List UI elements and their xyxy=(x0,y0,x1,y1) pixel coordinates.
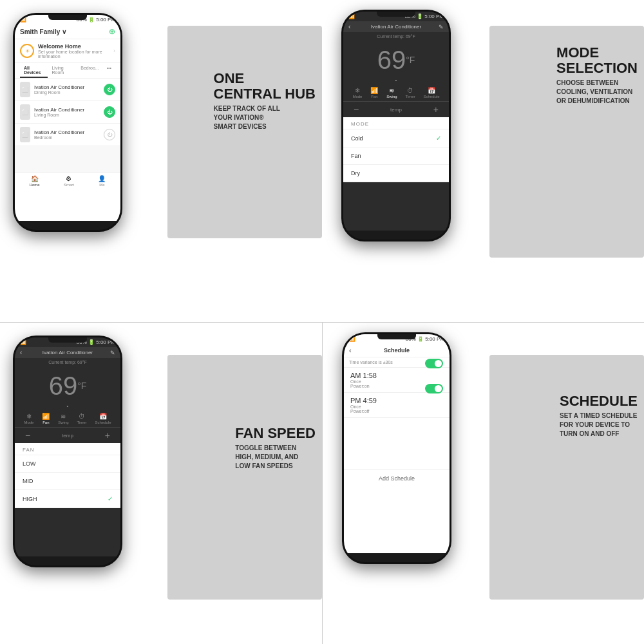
mode-fan[interactable]: Fan xyxy=(343,147,449,165)
smart-icon: ⚙ xyxy=(66,175,71,182)
swing-ctrl-label: Swing xyxy=(386,95,397,99)
temp-minus-btn-bl[interactable]: − xyxy=(25,430,30,440)
add-icon[interactable]: ⊕ xyxy=(109,27,115,36)
mode-bl-icon: ❄ xyxy=(26,413,32,420)
edit-btn-bl[interactable]: ✎ xyxy=(110,350,115,356)
edit-btn-tr[interactable]: ✎ xyxy=(439,24,444,30)
device-row-1[interactable]: ⬜ Ivation Air Conditioner Dining Room ⏻ xyxy=(15,79,120,101)
nav-home[interactable]: 🏠 Home xyxy=(30,175,40,187)
mode-cold-label: Cold xyxy=(351,135,363,142)
feature-sub-tr: CHOOSE BETWEENCOOLING, VENTILATIONOR DEH… xyxy=(556,79,638,106)
fan-low-label: LOW xyxy=(23,460,36,467)
nav-home-label: Home xyxy=(30,183,40,187)
add-schedule-btn[interactable]: Add Schedule xyxy=(344,469,450,487)
ctrl-timer[interactable]: ⏱ Timer xyxy=(405,87,415,99)
toggle-2[interactable] xyxy=(425,384,443,393)
mode-fan-label: Fan xyxy=(351,153,361,159)
phone-notch-tl xyxy=(48,15,87,20)
temp-number-tr: 69 xyxy=(377,47,406,73)
mode-ctrl-icon: ❄ xyxy=(355,87,360,94)
sched-title: Schedule xyxy=(384,347,410,354)
temp-display-bl: 69 °F xyxy=(15,366,120,402)
ac-icon-1: ⬜ xyxy=(20,82,30,97)
ctrl-fan[interactable]: 📶 Fan xyxy=(370,87,378,99)
phone-notch-bl xyxy=(48,337,87,343)
nav-me[interactable]: 👤 Me xyxy=(98,175,106,187)
ctrl-schedule[interactable]: 📅 Schedule xyxy=(423,87,439,99)
device-info-1: Ivation Air Conditioner Dining Room xyxy=(34,84,100,95)
mode-list-tr: MODE Cold ✓ Fan Dry xyxy=(343,117,449,182)
device-name-3: Ivation Air Conditioner xyxy=(34,129,100,135)
power-btn-1[interactable]: ⏻ xyxy=(104,84,115,95)
fan-high[interactable]: HIGH ✓ xyxy=(15,490,120,508)
ctrl-mode[interactable]: ❄ Mode xyxy=(352,87,362,99)
tab-more[interactable]: ••• xyxy=(103,66,115,78)
ctrl-sched-bl[interactable]: 📅 Schedule xyxy=(95,413,111,424)
screen-bl: 📶 80% 🔋 5:00 PM ‹ Ivation Air Conditione… xyxy=(15,337,120,556)
screen-tl: 📶 80% 🔋 5:00 PM Smith Family ∨ ⊕ ☀ Welco… xyxy=(15,15,120,221)
feature-text-br: SCHEDULE SET A TIMED SCHEDULEFOR YOUR DE… xyxy=(560,393,638,439)
fan-mid[interactable]: MID xyxy=(15,473,120,490)
power-btn-2[interactable]: ⏻ xyxy=(104,106,115,118)
phone-wrap-tl: 📶 80% 🔋 5:00 PM Smith Family ∨ ⊕ ☀ Welco… xyxy=(13,13,122,232)
ctrl-mode-bl[interactable]: ❄ Mode xyxy=(24,413,33,424)
nav-smart[interactable]: ⚙ Smart xyxy=(64,175,74,187)
sched-time-1: AM 1:58 xyxy=(350,372,443,379)
mode-cold-check: ✓ xyxy=(436,135,441,142)
temp-plus-btn[interactable]: + xyxy=(433,104,439,115)
mode-cold[interactable]: Cold ✓ xyxy=(343,129,449,147)
tab-living-room[interactable]: Living Room xyxy=(48,66,77,78)
device-row-2[interactable]: ⬜ Ivation Air Conditioner Living Room ⏻ xyxy=(15,101,120,124)
sched-header: ‹ Schedule xyxy=(344,344,450,357)
ctrl-swing-bl[interactable]: ≋ Swing xyxy=(58,413,68,424)
timer-bl-icon: ⏱ xyxy=(79,413,85,420)
mode-bl-label: Mode xyxy=(24,421,33,424)
feature-title-br: SCHEDULE xyxy=(560,393,638,409)
cell-top-left: ONECENTRAL HUB KEEP TRACK OF ALLYOUR IVA… xyxy=(0,0,322,322)
home-icon: 🏠 xyxy=(31,175,39,182)
ac-status-bl: Current temp: 69°F xyxy=(15,358,120,366)
signal-icon-tr: 📶 xyxy=(348,14,355,19)
temp-dot-bl: • xyxy=(15,402,120,410)
ac-header-tr: ‹ Ivation Air Conditioner ✎ xyxy=(343,21,449,32)
feature-sub-br: SET A TIMED SCHEDULEFOR YOUR DEVICE TOTU… xyxy=(560,412,638,439)
phone-bl: 📶 80% 🔋 5:00 PM ‹ Ivation Air Conditione… xyxy=(13,336,122,567)
fan-ctrl-icon: 📶 xyxy=(370,87,378,94)
sched-bl-label: Schedule xyxy=(95,421,111,424)
sched-bl-icon: 📅 xyxy=(99,413,107,420)
temp-dot-tr: • xyxy=(343,76,449,84)
device-row-3[interactable]: ⬜ Ivation Air Conditioner Bedroom ⏻ xyxy=(15,124,120,146)
nav-smart-label: Smart xyxy=(64,183,74,187)
timer-ctrl-icon: ⏱ xyxy=(407,87,413,94)
temp-unit-bl: °F xyxy=(77,381,86,391)
fan-low[interactable]: LOW xyxy=(15,455,120,473)
device-loc-2: Living Room xyxy=(34,113,100,117)
back-btn-bl[interactable]: ‹ xyxy=(20,349,22,356)
fan-high-check: ✓ xyxy=(108,495,113,502)
cell-bottom-right: SCHEDULE SET A TIMED SCHEDULEFOR YOUR DE… xyxy=(322,322,644,644)
welcome-sub: Set your home location for more informat… xyxy=(38,50,109,59)
signal-icon: 📶 xyxy=(20,17,26,23)
temp-plus-btn-bl[interactable]: + xyxy=(105,430,110,440)
tab-all-devices[interactable]: All Devices xyxy=(20,66,48,78)
phone-notch-tr xyxy=(377,12,415,17)
back-btn-tr[interactable]: ‹ xyxy=(348,23,350,30)
welcome-row[interactable]: ☀ Welcome Home Set your home location fo… xyxy=(15,39,120,63)
tab-bedroom[interactable]: Bedroo... xyxy=(77,66,102,78)
mode-ctrl-label: Mode xyxy=(352,95,362,99)
ac-controls-tr: ❄ Mode 📶 Fan ≋ Swing ⏱ xyxy=(343,84,449,102)
temp-display-tr: 69 °F xyxy=(343,41,449,76)
power-btn-3[interactable]: ⏻ xyxy=(104,129,115,140)
ac-icon-3: ⬜ xyxy=(20,127,30,142)
toggle-1[interactable] xyxy=(425,359,443,368)
feature-text-tl: ONECENTRAL HUB KEEP TRACK OF ALLYOUR IVA… xyxy=(214,71,316,131)
ctrl-fan-bl[interactable]: 📶 Fan xyxy=(42,413,50,424)
temp-minus-btn[interactable]: − xyxy=(354,104,359,115)
ctrl-timer-bl[interactable]: ⏱ Timer xyxy=(77,413,86,424)
mode-dry[interactable]: Dry xyxy=(343,165,449,182)
ac-header-bl: ‹ Ivation Air Conditioner ✎ xyxy=(15,347,120,358)
phone-wrap-br: 📶 80% 🔋 5:00 PM ‹ Schedule Time variance… xyxy=(342,332,451,564)
sched-back-btn[interactable]: ‹ xyxy=(349,346,352,354)
ctrl-swing[interactable]: ≋ Swing xyxy=(386,87,397,99)
device-info-2: Ivation Air Conditioner Living Room xyxy=(34,107,100,117)
